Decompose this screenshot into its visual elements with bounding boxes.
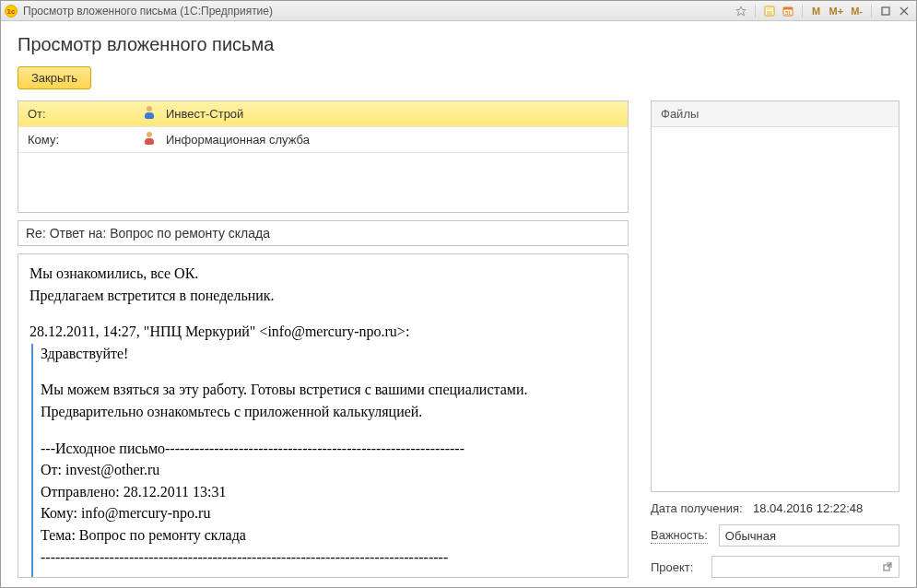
svg-point-8 — [767, 13, 769, 15]
project-label: Проект: — [651, 560, 706, 574]
left-column: От: Инвест-Строй Кому: Информационная сл… — [18, 100, 629, 578]
body-line: Предварительно ознакомьтесь с приложенно… — [41, 402, 617, 422]
columns: От: Инвест-Строй Кому: Информационная сл… — [18, 100, 899, 578]
separator — [755, 5, 756, 18]
orig-sent: Отправлено: 28.12.2011 13:31 — [41, 482, 617, 502]
favorite-icon[interactable] — [733, 4, 749, 18]
subject: Re: Ответ на: Вопрос по ремонту склада — [18, 220, 629, 246]
project-row: Проект: — [651, 556, 899, 578]
svg-point-7 — [770, 11, 772, 13]
m-button[interactable]: M — [808, 4, 825, 18]
titlebar: 1c Просмотр вложенного письма (1С:Предпр… — [1, 1, 916, 21]
project-input[interactable] — [711, 556, 899, 578]
svg-text:1c: 1c — [7, 7, 16, 16]
svg-text:31: 31 — [784, 9, 791, 15]
m-plus-button[interactable]: M+ — [827, 4, 847, 18]
headers-spacer — [18, 153, 628, 212]
orig-from: От: invest@other.ru — [41, 460, 617, 480]
body-line: Здравствуйте! — [41, 344, 617, 364]
orig-footer: ----------------------------------------… — [41, 547, 617, 568]
close-icon[interactable] — [896, 4, 912, 18]
mail-body[interactable]: Мы ознакомились, все ОК. Предлагаем встр… — [18, 254, 628, 577]
received-value: 18.04.2016 12:22:48 — [753, 501, 899, 515]
received-label: Дата получения: — [651, 501, 747, 515]
m-minus-button[interactable]: M- — [848, 4, 865, 18]
open-icon[interactable] — [878, 559, 897, 575]
quoted-header: 28.12.2011, 14:27, "НПЦ Меркурий" <info@… — [29, 322, 617, 342]
importance-value: Обычная — [725, 529, 776, 543]
files-list[interactable] — [652, 127, 899, 491]
orig-to: Кому: info@mercury-npo.ru — [41, 503, 617, 523]
maximize-icon[interactable] — [877, 4, 894, 18]
app-icon: 1c — [5, 5, 18, 18]
content-area: Просмотр вложенного письма Закрыть От: И… — [1, 21, 916, 587]
header-from-row[interactable]: От: Инвест-Строй — [18, 101, 628, 127]
from-label: От: — [18, 107, 138, 121]
received-row: Дата получения: 18.04.2016 12:22:48 — [651, 501, 899, 515]
window: 1c Просмотр вложенного письма (1С:Предпр… — [0, 0, 917, 588]
separator — [871, 5, 872, 18]
svg-rect-14 — [882, 7, 889, 15]
titlebar-buttons: 31 M M+ M- — [733, 4, 912, 18]
orig-subject: Тема: Вопрос по ремонту склада — [41, 525, 617, 546]
svg-rect-4 — [766, 7, 772, 9]
to-label: Кому: — [18, 133, 138, 147]
orig-header: ---Исходное письмо----------------------… — [41, 439, 617, 459]
files-panel: Файлы — [651, 100, 899, 492]
person-icon — [138, 106, 160, 122]
body-line: Предлагаем встретится в понедельник. — [29, 286, 617, 306]
svg-point-10 — [770, 13, 772, 15]
svg-point-5 — [767, 11, 769, 13]
importance-label[interactable]: Важность: — [651, 528, 708, 544]
body-line: Мы можем взяться за эту работу. Готовы в… — [41, 380, 617, 400]
close-button[interactable]: Закрыть — [18, 66, 91, 89]
svg-point-9 — [769, 13, 770, 15]
quote-level-1: Здравствуйте! Мы можем взяться за эту ра… — [31, 344, 617, 577]
files-header: Файлы — [652, 101, 899, 127]
mail-body-box: Мы ознакомились, все ОК. Предлагаем встр… — [18, 253, 629, 578]
calendar-icon[interactable]: 31 — [780, 4, 796, 18]
svg-point-6 — [769, 11, 770, 13]
from-value: Инвест-Строй — [160, 107, 628, 121]
mail-headers: От: Инвест-Строй Кому: Информационная сл… — [18, 100, 629, 213]
separator — [802, 5, 803, 18]
person-icon — [138, 132, 160, 147]
svg-marker-2 — [736, 6, 746, 16]
right-column: Файлы Дата получения: 18.04.2016 12:22:4… — [651, 100, 899, 578]
page-title: Просмотр вложенного письма — [18, 34, 899, 55]
header-to-row[interactable]: Кому: Информационная служба — [18, 127, 628, 153]
window-title: Просмотр вложенного письма (1С:Предприят… — [23, 5, 733, 18]
calculator-icon[interactable] — [761, 4, 778, 18]
importance-row: Важность: Обычная — [651, 524, 899, 547]
to-value: Информационная служба — [160, 133, 628, 147]
importance-input[interactable]: Обычная — [719, 524, 899, 547]
body-line: Мы ознакомились, все ОК. — [29, 264, 617, 284]
